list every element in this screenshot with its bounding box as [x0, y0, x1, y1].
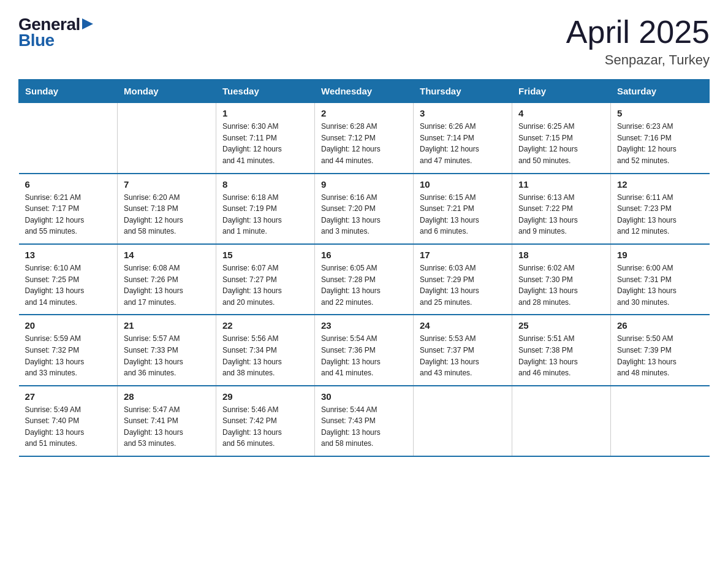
- day-number: 21: [124, 320, 210, 331]
- day-info: Sunrise: 6:16 AM Sunset: 7:20 PM Dayligh…: [321, 192, 407, 237]
- calendar-cell: 7Sunrise: 6:20 AM Sunset: 7:18 PM Daylig…: [118, 174, 216, 244]
- calendar-cell: 25Sunrise: 5:51 AM Sunset: 7:38 PM Dayli…: [512, 315, 611, 385]
- col-wednesday: Wednesday: [315, 80, 414, 103]
- calendar-cell: [611, 386, 710, 456]
- calendar-cell: 6Sunrise: 6:21 AM Sunset: 7:17 PM Daylig…: [19, 174, 118, 244]
- day-info: Sunrise: 5:53 AM Sunset: 7:37 PM Dayligh…: [420, 333, 506, 378]
- calendar-week-row: 13Sunrise: 6:10 AM Sunset: 7:25 PM Dayli…: [19, 244, 710, 315]
- day-number: 6: [25, 179, 112, 190]
- day-info: Sunrise: 6:21 AM Sunset: 7:17 PM Dayligh…: [25, 192, 112, 237]
- day-number: 26: [617, 320, 703, 331]
- logo-arrow-icon: [82, 18, 93, 32]
- calendar-cell: 17Sunrise: 6:03 AM Sunset: 7:29 PM Dayli…: [414, 244, 512, 315]
- day-number: 3: [420, 108, 506, 118]
- day-info: Sunrise: 6:13 AM Sunset: 7:22 PM Dayligh…: [518, 192, 604, 237]
- day-number: 19: [617, 250, 703, 260]
- day-number: 24: [420, 320, 506, 331]
- day-info: Sunrise: 6:30 AM Sunset: 7:11 PM Dayligh…: [222, 121, 308, 166]
- calendar-cell: 8Sunrise: 6:18 AM Sunset: 7:19 PM Daylig…: [216, 174, 315, 244]
- month-year-title: April 2025: [566, 15, 710, 50]
- calendar-cell: 10Sunrise: 6:15 AM Sunset: 7:21 PM Dayli…: [414, 174, 512, 244]
- day-number: 5: [617, 108, 703, 118]
- calendar-cell: 1Sunrise: 6:30 AM Sunset: 7:11 PM Daylig…: [216, 103, 315, 174]
- day-info: Sunrise: 6:05 AM Sunset: 7:28 PM Dayligh…: [321, 262, 407, 308]
- calendar-cell: 24Sunrise: 5:53 AM Sunset: 7:37 PM Dayli…: [414, 315, 512, 385]
- day-number: 9: [321, 179, 407, 190]
- day-info: Sunrise: 5:51 AM Sunset: 7:38 PM Dayligh…: [518, 333, 604, 378]
- day-info: Sunrise: 5:47 AM Sunset: 7:41 PM Dayligh…: [124, 404, 210, 450]
- day-number: 14: [124, 250, 210, 260]
- day-info: Sunrise: 6:10 AM Sunset: 7:25 PM Dayligh…: [25, 262, 112, 308]
- calendar-cell: 19Sunrise: 6:00 AM Sunset: 7:31 PM Dayli…: [611, 244, 710, 315]
- day-number: 10: [420, 179, 506, 190]
- calendar-cell: [512, 386, 611, 456]
- calendar-cell: 2Sunrise: 6:28 AM Sunset: 7:12 PM Daylig…: [315, 103, 414, 174]
- day-info: Sunrise: 6:26 AM Sunset: 7:14 PM Dayligh…: [420, 121, 506, 166]
- col-thursday: Thursday: [414, 80, 512, 103]
- day-number: 22: [222, 320, 308, 331]
- calendar-cell: 11Sunrise: 6:13 AM Sunset: 7:22 PM Dayli…: [512, 174, 611, 244]
- day-info: Sunrise: 5:46 AM Sunset: 7:42 PM Dayligh…: [222, 404, 308, 450]
- day-info: Sunrise: 6:08 AM Sunset: 7:26 PM Dayligh…: [124, 262, 210, 308]
- calendar-cell: 23Sunrise: 5:54 AM Sunset: 7:36 PM Dayli…: [315, 315, 414, 385]
- day-number: 12: [617, 179, 703, 190]
- calendar-cell: 4Sunrise: 6:25 AM Sunset: 7:15 PM Daylig…: [512, 103, 611, 174]
- day-info: Sunrise: 5:54 AM Sunset: 7:36 PM Dayligh…: [321, 333, 407, 378]
- calendar-cell: 21Sunrise: 5:57 AM Sunset: 7:33 PM Dayli…: [118, 315, 216, 385]
- calendar-cell: 22Sunrise: 5:56 AM Sunset: 7:34 PM Dayli…: [216, 315, 315, 385]
- day-number: 11: [518, 179, 604, 190]
- day-number: 27: [25, 391, 112, 402]
- day-info: Sunrise: 6:11 AM Sunset: 7:23 PM Dayligh…: [617, 192, 703, 237]
- day-number: 16: [321, 250, 407, 260]
- day-info: Sunrise: 5:56 AM Sunset: 7:34 PM Dayligh…: [222, 333, 308, 378]
- day-info: Sunrise: 6:00 AM Sunset: 7:31 PM Dayligh…: [617, 262, 703, 308]
- day-info: Sunrise: 5:49 AM Sunset: 7:40 PM Dayligh…: [25, 404, 112, 450]
- day-info: Sunrise: 6:03 AM Sunset: 7:29 PM Dayligh…: [420, 262, 506, 308]
- calendar-cell: [19, 103, 118, 174]
- calendar-week-row: 20Sunrise: 5:59 AM Sunset: 7:32 PM Dayli…: [19, 315, 710, 385]
- day-number: 15: [222, 250, 308, 260]
- calendar-cell: [118, 103, 216, 174]
- col-tuesday: Tuesday: [216, 80, 315, 103]
- calendar-cell: 29Sunrise: 5:46 AM Sunset: 7:42 PM Dayli…: [216, 386, 315, 456]
- calendar-cell: 20Sunrise: 5:59 AM Sunset: 7:32 PM Dayli…: [19, 315, 118, 385]
- day-number: 17: [420, 250, 506, 260]
- calendar-week-row: 27Sunrise: 5:49 AM Sunset: 7:40 PM Dayli…: [19, 386, 710, 456]
- day-info: Sunrise: 6:07 AM Sunset: 7:27 PM Dayligh…: [222, 262, 308, 308]
- location-subtitle: Senpazar, Turkey: [566, 52, 710, 68]
- svg-marker-0: [82, 18, 93, 29]
- col-sunday: Sunday: [19, 80, 118, 103]
- day-info: Sunrise: 6:18 AM Sunset: 7:19 PM Dayligh…: [222, 192, 308, 237]
- calendar-cell: 26Sunrise: 5:50 AM Sunset: 7:39 PM Dayli…: [611, 315, 710, 385]
- col-saturday: Saturday: [611, 80, 710, 103]
- calendar-cell: [414, 386, 512, 456]
- calendar-header-row: Sunday Monday Tuesday Wednesday Thursday…: [19, 80, 710, 103]
- day-number: 13: [25, 250, 112, 260]
- day-number: 20: [25, 320, 112, 331]
- day-number: 1: [222, 108, 308, 118]
- day-number: 8: [222, 179, 308, 190]
- calendar-cell: 14Sunrise: 6:08 AM Sunset: 7:26 PM Dayli…: [118, 244, 216, 315]
- day-info: Sunrise: 5:44 AM Sunset: 7:43 PM Dayligh…: [321, 404, 407, 450]
- calendar-week-row: 6Sunrise: 6:21 AM Sunset: 7:17 PM Daylig…: [19, 174, 710, 244]
- day-info: Sunrise: 6:28 AM Sunset: 7:12 PM Dayligh…: [321, 121, 407, 166]
- day-number: 25: [518, 320, 604, 331]
- day-info: Sunrise: 6:15 AM Sunset: 7:21 PM Dayligh…: [420, 192, 506, 237]
- calendar-cell: 30Sunrise: 5:44 AM Sunset: 7:43 PM Dayli…: [315, 386, 414, 456]
- calendar-week-row: 1Sunrise: 6:30 AM Sunset: 7:11 PM Daylig…: [19, 103, 710, 174]
- calendar-cell: 9Sunrise: 6:16 AM Sunset: 7:20 PM Daylig…: [315, 174, 414, 244]
- calendar-cell: 5Sunrise: 6:23 AM Sunset: 7:16 PM Daylig…: [611, 103, 710, 174]
- day-number: 7: [124, 179, 210, 190]
- logo-blue-text: Blue: [18, 31, 93, 50]
- title-block: April 2025 Senpazar, Turkey: [566, 15, 710, 68]
- day-info: Sunrise: 5:50 AM Sunset: 7:39 PM Dayligh…: [617, 333, 703, 378]
- col-monday: Monday: [118, 80, 216, 103]
- day-info: Sunrise: 6:23 AM Sunset: 7:16 PM Dayligh…: [617, 121, 703, 166]
- day-info: Sunrise: 6:02 AM Sunset: 7:30 PM Dayligh…: [518, 262, 604, 308]
- calendar-cell: 3Sunrise: 6:26 AM Sunset: 7:14 PM Daylig…: [414, 103, 512, 174]
- page-header: General Blue April 2025 Senpazar, Turkey: [18, 15, 710, 68]
- calendar-table: Sunday Monday Tuesday Wednesday Thursday…: [18, 79, 710, 457]
- calendar-cell: 27Sunrise: 5:49 AM Sunset: 7:40 PM Dayli…: [19, 386, 118, 456]
- day-info: Sunrise: 6:20 AM Sunset: 7:18 PM Dayligh…: [124, 192, 210, 237]
- day-number: 28: [124, 391, 210, 402]
